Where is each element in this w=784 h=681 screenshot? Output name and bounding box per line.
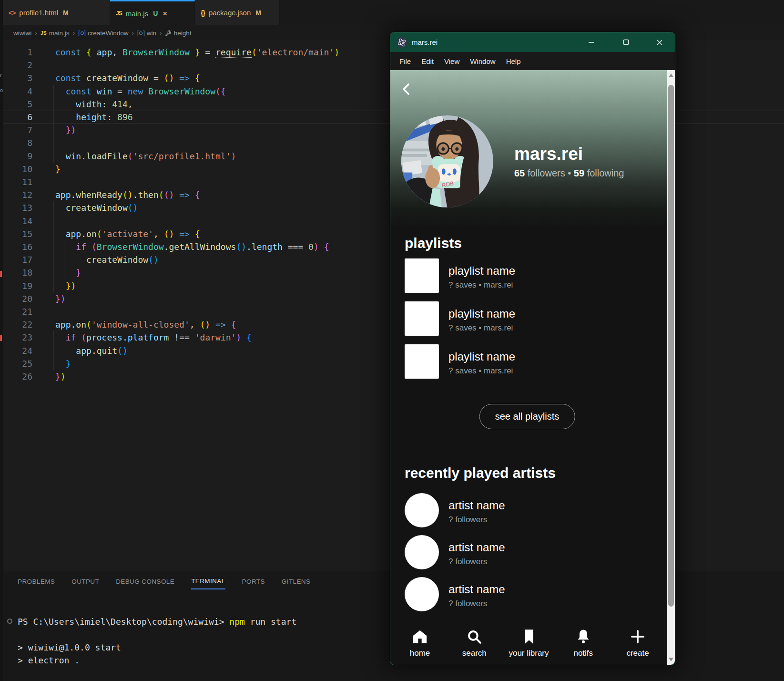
code-line-2[interactable]: 2 bbox=[3, 59, 339, 72]
code-line-9[interactable]: 9 win.loadFile('src/profile1.html') bbox=[3, 150, 339, 163]
code-line-12[interactable]: 12app.whenReady().then(() => { bbox=[3, 188, 339, 201]
tab-main.js[interactable]: JSmain.jsU× bbox=[110, 0, 195, 25]
breadcrumb-label: win bbox=[147, 30, 156, 37]
code-line-1[interactable]: 1const { app, BrowserWindow } = require(… bbox=[3, 46, 339, 59]
code-line-8[interactable]: 8 bbox=[3, 136, 339, 149]
code-token: . bbox=[246, 242, 252, 252]
code-token: ( bbox=[97, 229, 102, 239]
code-line-4[interactable]: 4 const win = new BrowserWindow({ bbox=[3, 85, 339, 98]
playlist-row[interactable]: playlist name? saves • mars.rei bbox=[405, 258, 515, 293]
scrollbar-thumb[interactable] bbox=[668, 85, 674, 607]
scrollbar[interactable] bbox=[667, 70, 675, 665]
code-line-23[interactable]: 23 if (process.platform !== 'darwin') { bbox=[3, 331, 339, 344]
code-line-19[interactable]: 19 }) bbox=[3, 279, 339, 292]
code-token: : bbox=[107, 112, 117, 122]
code-line-14[interactable]: 14 bbox=[3, 215, 339, 227]
code-line-24[interactable]: 24 app.quit() bbox=[3, 344, 339, 357]
code-line-10[interactable]: 10} bbox=[3, 163, 339, 175]
nav-item-your-library[interactable]: your library bbox=[512, 628, 546, 658]
code-token bbox=[55, 229, 66, 239]
breadcrumb-item-height[interactable]: height bbox=[165, 30, 192, 37]
tab-close-icon[interactable]: × bbox=[163, 10, 167, 18]
code-content: 1const { app, BrowserWindow } = require(… bbox=[3, 46, 339, 383]
artist-row[interactable]: artist name? followers bbox=[405, 493, 505, 527]
nav-item-notifs[interactable]: notifs bbox=[566, 628, 601, 658]
code-token: === bbox=[283, 242, 308, 252]
artist-row[interactable]: artist name? followers bbox=[405, 535, 505, 569]
menu-view[interactable]: View bbox=[439, 57, 465, 65]
panel-tab-output[interactable]: OUTPUT bbox=[71, 576, 99, 589]
playlist-row[interactable]: playlist name? saves • mars.rei bbox=[405, 344, 515, 379]
scroll-up-arrow-icon[interactable] bbox=[669, 73, 673, 77]
code-token bbox=[55, 151, 66, 161]
line-number: 16 bbox=[3, 240, 32, 253]
code-token: { bbox=[86, 47, 97, 57]
search-icon bbox=[466, 628, 482, 646]
code-line-7[interactable]: 7 }) bbox=[3, 124, 339, 136]
artist-text: artist name? followers bbox=[448, 577, 505, 611]
code-line-25[interactable]: 25 } bbox=[3, 357, 339, 370]
code-text: const createWindow = () => { bbox=[55, 72, 200, 84]
code-line-5[interactable]: 5 width: 414, bbox=[3, 98, 339, 111]
code-line-3[interactable]: 3const createWindow = () => { bbox=[3, 72, 339, 84]
line-number: 25 bbox=[3, 357, 32, 370]
playlist-title: playlist name bbox=[448, 307, 515, 320]
back-button[interactable] bbox=[401, 83, 411, 98]
see-all-playlists-button[interactable]: see all playlists bbox=[479, 404, 575, 429]
line-number: 14 bbox=[3, 215, 32, 227]
code-line-18[interactable]: 18 } bbox=[3, 266, 339, 279]
artist-row[interactable]: artist name? followers bbox=[405, 577, 505, 611]
breadcrumb-item-main.js[interactable]: JSmain.js bbox=[41, 30, 70, 37]
breadcrumb-item-createWindow[interactable]: []createWindow bbox=[78, 30, 128, 37]
menu-file[interactable]: File bbox=[394, 57, 416, 65]
code-token: { bbox=[324, 242, 329, 252]
app-titlebar[interactable]: mars.rei bbox=[390, 32, 675, 52]
panel-tab-debug-console[interactable]: DEBUG CONSOLE bbox=[116, 576, 174, 589]
playlists-heading: playlists bbox=[405, 235, 462, 251]
minimize-button[interactable] bbox=[581, 32, 601, 52]
scroll-down-arrow-icon[interactable] bbox=[669, 658, 673, 661]
panel-tab-gitlens[interactable]: GITLENS bbox=[282, 576, 311, 589]
breadcrumb-item-wiwiwi[interactable]: wiwiwi bbox=[13, 30, 31, 37]
code-token: height bbox=[76, 112, 107, 122]
code-line-17[interactable]: 17 createWindow() bbox=[3, 253, 339, 266]
avatar[interactable]: ROB bbox=[401, 115, 493, 207]
panel-tab-ports[interactable]: PORTS bbox=[242, 576, 265, 589]
terminal-output[interactable]: PS C:\Users\imiel\Desktop\coding\wiwiwi>… bbox=[18, 615, 296, 667]
code-line-6[interactable]: 6 height: 896 bbox=[3, 111, 339, 124]
code-line-22[interactable]: 22app.on('window-all-closed', () => { bbox=[3, 318, 339, 331]
code-token bbox=[190, 190, 195, 200]
nav-item-create[interactable]: create bbox=[621, 628, 655, 658]
breadcrumb-item-win[interactable]: []win bbox=[137, 30, 156, 37]
menu-window[interactable]: Window bbox=[465, 57, 500, 65]
code-line-26[interactable]: 26}) bbox=[3, 370, 339, 383]
tab-label: package.json bbox=[209, 9, 251, 17]
tab-profile1.html[interactable]: <>profile1.htmlM bbox=[3, 0, 110, 25]
line-number: 18 bbox=[3, 266, 32, 279]
panel-tab-problems[interactable]: PROBLEMS bbox=[18, 576, 55, 589]
code-token bbox=[174, 73, 179, 83]
nav-item-home[interactable]: home bbox=[403, 628, 437, 658]
playlist-row[interactable]: playlist name? saves • mars.rei bbox=[405, 301, 515, 336]
code-token: 'window-all-closed' bbox=[92, 320, 190, 330]
code-token: . bbox=[81, 151, 86, 161]
code-token bbox=[55, 346, 76, 356]
menu-edit[interactable]: Edit bbox=[416, 57, 439, 65]
code-token bbox=[241, 332, 246, 342]
close-button[interactable] bbox=[650, 32, 670, 52]
tab-package.json[interactable]: {}package.jsonM bbox=[195, 0, 280, 25]
code-line-13[interactable]: 13 createWindow() bbox=[3, 201, 339, 214]
menu-help[interactable]: Help bbox=[501, 57, 526, 65]
code-text: } bbox=[55, 163, 61, 175]
nav-label: search bbox=[462, 649, 487, 658]
code-token: } bbox=[66, 125, 71, 135]
code-line-16[interactable]: 16 if (BrowserWindow.getAllWindows().len… bbox=[3, 240, 339, 253]
code-line-21[interactable]: 21 bbox=[3, 305, 339, 318]
code-line-20[interactable]: 20}) bbox=[3, 292, 339, 305]
maximize-button[interactable] bbox=[616, 32, 636, 52]
code-line-11[interactable]: 11 bbox=[3, 175, 339, 188]
code-line-15[interactable]: 15 app.on('activate', () => { bbox=[3, 227, 339, 240]
nav-item-search[interactable]: search bbox=[457, 628, 491, 658]
code-token: 414 bbox=[112, 99, 128, 109]
panel-tab-terminal[interactable]: TERMINAL bbox=[191, 576, 225, 589]
